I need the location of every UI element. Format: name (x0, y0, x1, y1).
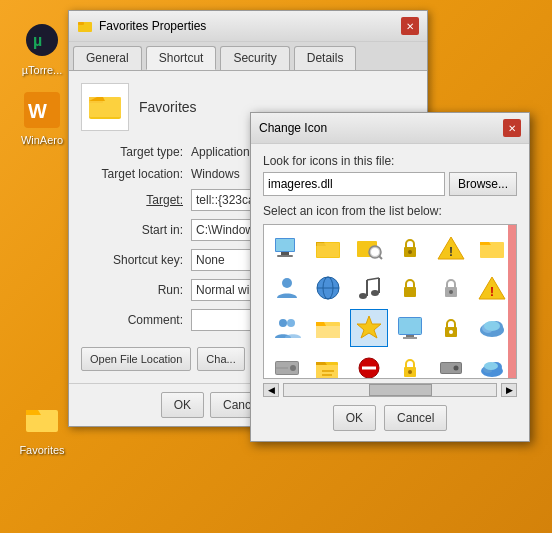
icon-user[interactable] (268, 269, 306, 307)
svg-point-38 (287, 319, 295, 327)
svg-point-72 (484, 362, 498, 370)
icon-music[interactable] (350, 269, 388, 307)
svg-rect-46 (403, 337, 417, 339)
svg-point-68 (454, 366, 459, 371)
open-file-location-button[interactable]: Open File Location (81, 347, 191, 371)
fav-icon-box (81, 83, 129, 131)
change-icon-titlebar: Change Icon ✕ (251, 113, 529, 144)
icon-users[interactable] (268, 309, 306, 347)
desktop-icon-utorrent[interactable]: µ µTorre... (10, 20, 74, 76)
svg-point-37 (279, 319, 287, 327)
change-icon-dialog: Change Icon ✕ Look for icons in this fil… (250, 112, 530, 442)
fav-name-label: Favorites (139, 99, 197, 115)
icon-hdd[interactable] (268, 349, 306, 379)
svg-rect-44 (399, 318, 421, 334)
file-input[interactable] (263, 172, 445, 196)
icon-computer[interactable] (268, 229, 306, 267)
icons-grid: ! (264, 225, 516, 379)
favorites-desktop-icon (22, 400, 62, 440)
change-icon-buttons: OK Cancel (263, 405, 517, 431)
icon-lock5[interactable] (391, 349, 429, 379)
icon-folder2[interactable] (309, 309, 347, 347)
svg-line-16 (379, 256, 382, 259)
svg-text:µ: µ (33, 32, 42, 49)
icon-warning2[interactable]: ! (473, 269, 511, 307)
shortcut-key-label: Shortcut key: (81, 253, 191, 267)
file-label: Look for icons in this file: (263, 154, 517, 168)
icon-star[interactable] (350, 309, 388, 347)
favorites-dialog-title: Favorites Properties (99, 19, 206, 33)
svg-rect-32 (404, 287, 416, 297)
svg-rect-9 (276, 239, 294, 251)
svg-line-31 (367, 278, 379, 280)
change-icon-close-button[interactable]: ✕ (503, 119, 521, 137)
desktop-icon-winzip[interactable]: W WinAero (10, 90, 74, 146)
scroll-track[interactable] (283, 383, 497, 397)
icon-lock4[interactable] (432, 309, 470, 347)
svg-point-28 (371, 290, 379, 296)
svg-rect-8 (277, 255, 293, 257)
tab-details[interactable]: Details (294, 46, 357, 70)
winzip-label: WinAero (21, 134, 63, 146)
utorrent-icon: µ (22, 20, 62, 60)
red-scrollbar (508, 225, 516, 379)
svg-point-34 (449, 290, 453, 294)
tab-bar: General Shortcut Security Details (69, 42, 427, 71)
svg-point-18 (408, 250, 412, 254)
svg-text:W: W (28, 100, 47, 122)
icon-lock3[interactable] (432, 269, 470, 307)
svg-point-27 (359, 293, 367, 299)
svg-point-65 (408, 370, 412, 374)
file-row: Browse... (263, 172, 517, 196)
tab-shortcut[interactable]: Shortcut (146, 46, 217, 70)
icon-drive[interactable] (432, 349, 470, 379)
change-icon-content: Look for icons in this file: Browse... S… (251, 144, 529, 441)
change-icon-button[interactable]: Cha... (197, 347, 244, 371)
run-label: Run: (81, 283, 191, 297)
start-in-label: Start in: (81, 223, 191, 237)
icon-globe[interactable] (309, 269, 347, 307)
title-left: Favorites Properties (77, 18, 206, 34)
target-location-value: Windows (191, 167, 240, 181)
scroll-left-arrow[interactable]: ◀ (263, 383, 279, 397)
fav-ok-button[interactable]: OK (161, 392, 204, 418)
favorites-close-button[interactable]: ✕ (401, 17, 419, 35)
winzip-icon: W (22, 90, 62, 130)
svg-point-55 (290, 365, 296, 371)
target-label: Target: (81, 193, 191, 207)
folder-icon (77, 18, 93, 34)
tab-general[interactable]: General (73, 46, 142, 70)
scroll-thumb (369, 384, 433, 396)
browse-button[interactable]: Browse... (449, 172, 517, 196)
scroll-right-arrow[interactable]: ▶ (501, 383, 517, 397)
icon-lock2[interactable] (391, 269, 429, 307)
change-icon-title: Change Icon (259, 121, 327, 135)
icon-monitor[interactable] (391, 309, 429, 347)
icon-lock1[interactable] (391, 229, 429, 267)
target-type-value: Application (191, 145, 250, 159)
icons-grid-container: ! (263, 224, 517, 379)
svg-text:!: ! (449, 245, 453, 259)
select-label: Select an icon from the list below: (263, 204, 517, 218)
change-icon-cancel-button[interactable]: Cancel (384, 405, 447, 431)
icon-warning[interactable]: ! (432, 229, 470, 267)
change-icon-ok-button[interactable]: OK (333, 405, 376, 431)
comment-label: Comment: (81, 313, 191, 327)
svg-marker-42 (357, 316, 381, 338)
icon-folder-net[interactable] (309, 229, 347, 267)
icon-folder-yellow[interactable] (473, 229, 511, 267)
icon-cloud2[interactable] (473, 349, 511, 379)
svg-point-52 (484, 321, 500, 331)
icon-cloud[interactable] (473, 309, 511, 347)
svg-rect-1 (78, 22, 84, 25)
svg-text:!: ! (490, 285, 494, 299)
svg-point-15 (371, 248, 379, 256)
icon-no-sign[interactable] (350, 349, 388, 379)
tab-security[interactable]: Security (220, 46, 289, 70)
desktop-icon-favorites[interactable]: Favorites (10, 400, 74, 456)
icon-folder3[interactable] (309, 349, 347, 379)
favorites-titlebar: Favorites Properties ✕ (69, 11, 427, 42)
horizontal-scrollbar: ◀ ▶ (263, 383, 517, 397)
svg-rect-12 (317, 243, 339, 257)
icon-search-folder[interactable] (350, 229, 388, 267)
